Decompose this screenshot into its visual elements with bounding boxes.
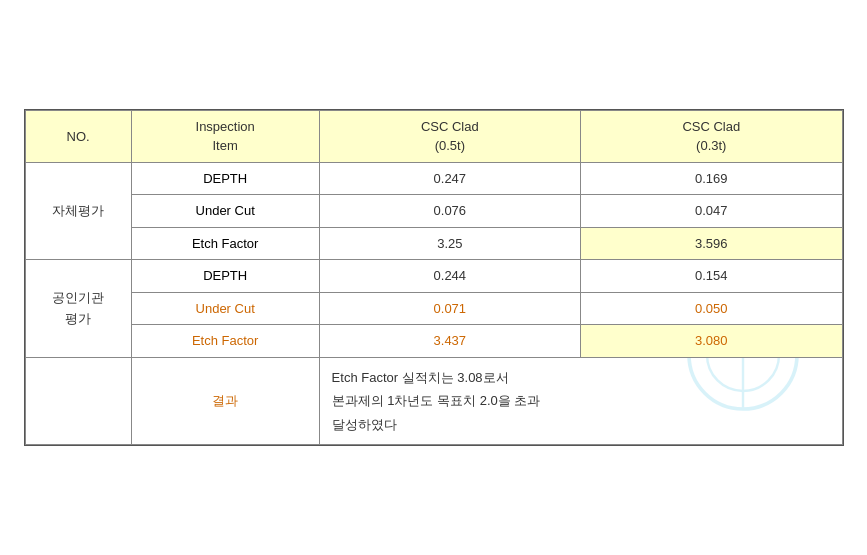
section-label-0: 자체평가 xyxy=(25,162,131,260)
section-label-1: 공인기관 평가 xyxy=(25,260,131,358)
value-03t-cell: 0.050 xyxy=(581,292,842,325)
header-csc-clad-03t: CSC Clad (0.3t) xyxy=(581,110,842,162)
value-03t-cell: 0.169 xyxy=(581,162,842,195)
table-row: Under Cut0.0710.050 xyxy=(25,292,842,325)
value-03t-cell: 3.080 xyxy=(581,325,842,358)
data-table: NO. Inspection Item CSC Clad (0.5t) CSC … xyxy=(25,110,843,445)
header-inspection-label: Inspection Item xyxy=(196,119,255,154)
inspection-item-cell: Under Cut xyxy=(131,195,319,228)
value-05t-cell: 3.437 xyxy=(319,325,580,358)
header-no: NO. xyxy=(25,110,131,162)
value-05t-cell: 0.071 xyxy=(319,292,580,325)
inspection-item-cell: DEPTH xyxy=(131,162,319,195)
header-csc-clad-05t: CSC Clad (0.5t) xyxy=(319,110,580,162)
value-05t-cell: 0.244 xyxy=(319,260,580,293)
table-row: 공인기관 평가DEPTH0.2440.154 xyxy=(25,260,842,293)
inspection-item-cell: DEPTH xyxy=(131,260,319,293)
result-empty-cell xyxy=(25,357,131,444)
result-label-cell: 결과 xyxy=(131,357,319,444)
value-05t-cell: 3.25 xyxy=(319,227,580,260)
result-row: 결과Etch Factor 실적치는 3.08로서 본과제의 1차년도 목표치 … xyxy=(25,357,842,444)
value-05t-cell: 0.076 xyxy=(319,195,580,228)
main-table-wrapper: i NO. Inspection Item CSC Clad (0.5t) CS… xyxy=(24,109,844,446)
value-03t-cell: 3.596 xyxy=(581,227,842,260)
value-03t-cell: 0.154 xyxy=(581,260,842,293)
table-row: Etch Factor3.253.596 xyxy=(25,227,842,260)
table-header-row: NO. Inspection Item CSC Clad (0.5t) CSC … xyxy=(25,110,842,162)
value-03t-cell: 0.047 xyxy=(581,195,842,228)
table-row: Etch Factor3.4373.080 xyxy=(25,325,842,358)
table-body: 자체평가DEPTH0.2470.169Under Cut0.0760.047Et… xyxy=(25,162,842,444)
result-content-cell: Etch Factor 실적치는 3.08로서 본과제의 1차년도 목표치 2.… xyxy=(319,357,842,444)
inspection-item-cell: Under Cut xyxy=(131,292,319,325)
table-row: Under Cut0.0760.047 xyxy=(25,195,842,228)
inspection-item-cell: Etch Factor xyxy=(131,227,319,260)
header-csc-05t-label: CSC Clad (0.5t) xyxy=(421,119,479,154)
header-inspection-item: Inspection Item xyxy=(131,110,319,162)
header-csc-03t-label: CSC Clad (0.3t) xyxy=(682,119,740,154)
value-05t-cell: 0.247 xyxy=(319,162,580,195)
inspection-item-cell: Etch Factor xyxy=(131,325,319,358)
table-row: 자체평가DEPTH0.2470.169 xyxy=(25,162,842,195)
